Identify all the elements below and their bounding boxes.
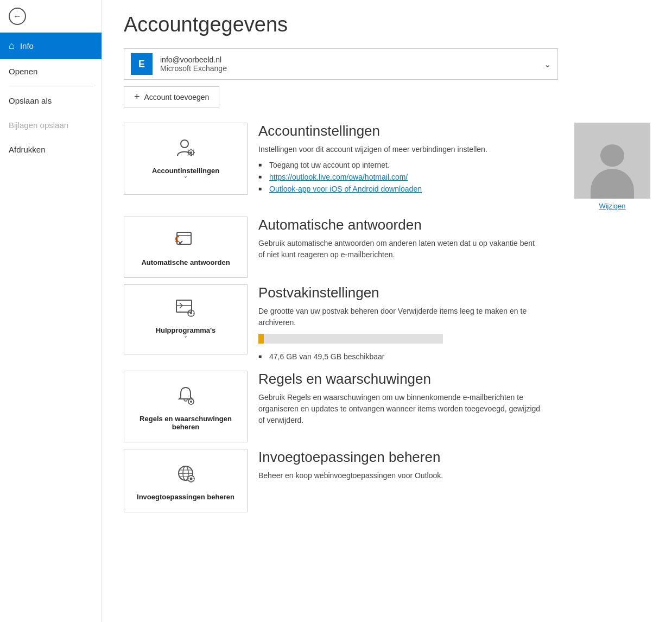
sidebar-item-openen[interactable]: Openen — [0, 59, 102, 84]
svg-rect-11 — [177, 232, 191, 244]
regels-en-waarschuwingen-content: Regels en waarschuwingen Gebruik Regels … — [258, 371, 650, 431]
profile-silhouette — [588, 144, 637, 199]
sidebar: ← ⌂ Info Openen Opslaan als Bijlagen ops… — [0, 0, 102, 622]
accountinstellingen-title: Accountinstellingen — [258, 123, 563, 139]
regels-en-waarschuwingen-desc: Gebruik Regels en waarschuwingen om uw b… — [258, 392, 541, 426]
svg-line-45 — [193, 477, 193, 477]
svg-point-0 — [181, 140, 188, 148]
svg-line-27 — [189, 399, 189, 400]
accountinstellingen-card[interactable]: Accountinstellingen ˅ — [124, 123, 248, 195]
list-item: https://outlook.live.com/owa/hotmail.com… — [258, 173, 563, 181]
postvakinstellingen-row: Hulpprogramma's ˅ Postvakinstellingen De… — [124, 284, 650, 364]
add-account-label: Account toevoegen — [144, 93, 210, 101]
invoegtoepassingen-card[interactable]: Invoegtoepassingen beheren — [124, 449, 248, 512]
storage-list-item: 47,6 GB van 49,5 GB beschikbaar — [258, 352, 650, 361]
main-content: Accountgegevens E info@voorbeeld.nl Micr… — [102, 0, 672, 622]
sidebar-item-label: Openen — [9, 67, 37, 76]
profile-head — [600, 144, 624, 167]
account-type: Microsoft Exchange — [160, 64, 544, 73]
profile-body — [591, 169, 634, 199]
automatische-antwoorden-content: Automatische antwoorden Gebruik automati… — [258, 217, 650, 266]
postvakinstellingen-card-label: Hulpprogramma's — [156, 326, 216, 334]
list-item: Outlook-app voor iOS of Android download… — [258, 185, 563, 193]
accountinstellingen-content: Accountinstellingen Instellingen voor di… — [258, 123, 563, 196]
automatische-antwoorden-card-label: Automatische antwoorden — [141, 258, 230, 266]
svg-line-42 — [189, 477, 189, 477]
svg-point-2 — [190, 151, 192, 154]
add-account-button[interactable]: + Account toevoegen — [124, 86, 219, 107]
sidebar-item-label: Info — [20, 41, 34, 50]
accountinstellingen-card-label: Accountinstellingen — [152, 167, 219, 175]
postvakinstellingen-content: Postvakinstellingen De grootte van uw po… — [258, 284, 650, 364]
sidebar-item-bijlagen-opslaan: Bijlagen opslaan — [0, 113, 102, 137]
storage-text: 47,6 GB van 49,5 GB beschikbaar — [269, 352, 384, 361]
postvakinstellingen-title: Postvakinstellingen — [258, 284, 650, 301]
invoegtoepassingen-icon — [175, 462, 196, 488]
profile-photo — [574, 123, 650, 199]
postvakinstellingen-icon — [175, 298, 196, 322]
svg-point-16 — [190, 312, 192, 314]
back-icon: ← — [9, 8, 26, 25]
invoegtoepassingen-desc: Beheer en koop webinvoegtoepassingen voo… — [258, 470, 541, 481]
invoegtoepassingen-card-label: Invoegtoepassingen beheren — [137, 493, 234, 501]
svg-line-10 — [193, 150, 194, 151]
svg-point-22 — [190, 401, 192, 403]
automatische-antwoorden-desc: Gebruik automatische antwoorden om ander… — [258, 238, 541, 261]
sidebar-item-info[interactable]: ⌂ Info — [0, 33, 102, 59]
svg-line-43 — [193, 480, 193, 481]
svg-line-9 — [188, 155, 189, 156]
plus-icon: + — [134, 91, 140, 103]
storage-bar-fill — [258, 334, 264, 344]
sidebar-item-label: Bijlagen opslaan — [9, 120, 68, 130]
sidebar-divider — [9, 86, 93, 86]
list-item: Toegang tot uw account op internet. — [258, 161, 563, 169]
sidebar-item-opslaan-als[interactable]: Opslaan als — [0, 88, 102, 113]
regels-en-waarschuwingen-title: Regels en waarschuwingen — [258, 371, 650, 388]
svg-line-28 — [193, 403, 193, 404]
sidebar-item-label: Opslaan als — [9, 96, 52, 105]
automatische-antwoorden-card[interactable]: Automatische antwoorden — [124, 217, 248, 278]
regels-en-waarschuwingen-card-label: Regels en waarschuwingen beheren — [131, 415, 240, 431]
svg-line-29 — [189, 403, 189, 404]
postvakinstellingen-card-chevron: ˅ — [184, 335, 187, 343]
account-email: info@voorbeeld.nl — [160, 55, 544, 64]
page-title: Accountgegevens — [124, 13, 650, 36]
dropdown-arrow-icon: ⌄ — [544, 59, 551, 69]
account-info: info@voorbeeld.nl Microsoft Exchange — [160, 55, 544, 73]
svg-line-44 — [189, 480, 189, 481]
sidebar-item-label: Afdrukken — [9, 145, 46, 154]
svg-point-37 — [190, 478, 193, 480]
accountinstellingen-icon — [175, 136, 196, 162]
back-button[interactable]: ← — [0, 0, 102, 33]
postvakinstellingen-card[interactable]: Hulpprogramma's ˅ — [124, 284, 248, 354]
profile-area: Wijzigen — [563, 123, 650, 210]
automatische-antwoorden-title: Automatische antwoorden — [258, 217, 650, 233]
accountinstellingen-row: Accountinstellingen ˅ Accountinstellinge… — [124, 123, 650, 210]
invoegtoepassingen-content: Invoegtoepassingen beheren Beheer en koo… — [258, 449, 650, 487]
svg-line-7 — [188, 150, 189, 151]
profile-change-link[interactable]: Wijzigen — [599, 202, 625, 210]
accountinstellingen-list: Toegang tot uw account op internet. http… — [258, 161, 563, 193]
sidebar-item-afdrukken[interactable]: Afdrukken — [0, 137, 102, 162]
home-icon: ⌂ — [9, 40, 15, 52]
regels-en-waarschuwingen-row: Regels en waarschuwingen beheren Regels … — [124, 371, 650, 442]
list-item-text: Toegang tot uw account op internet. — [269, 161, 390, 169]
invoegtoepassingen-title: Invoegtoepassingen beheren — [258, 449, 650, 466]
account-selector[interactable]: E info@voorbeeld.nl Microsoft Exchange ⌄ — [124, 48, 558, 80]
outlook-app-link[interactable]: Outlook-app voor iOS of Android download… — [269, 185, 422, 193]
storage-list: 47,6 GB van 49,5 GB beschikbaar — [258, 352, 650, 361]
accountinstellingen-desc: Instellingen voor dit account wijzigen o… — [258, 144, 541, 155]
postvakinstellingen-desc: De grootte van uw postvak beheren door V… — [258, 306, 541, 328]
automatische-antwoorden-icon — [175, 230, 196, 254]
exchange-icon: E — [131, 53, 153, 75]
owa-link[interactable]: https://outlook.live.com/owa/hotmail.com… — [269, 173, 408, 181]
regels-en-waarschuwingen-card[interactable]: Regels en waarschuwingen beheren — [124, 371, 248, 442]
automatische-antwoorden-row: Automatische antwoorden Automatische ant… — [124, 217, 650, 278]
accountinstellingen-card-chevron: ˅ — [184, 176, 187, 183]
svg-line-30 — [193, 399, 193, 400]
regels-en-waarschuwingen-icon — [175, 384, 196, 410]
invoegtoepassingen-row: Invoegtoepassingen beheren Invoegtoepass… — [124, 449, 650, 512]
storage-bar — [258, 334, 443, 344]
svg-line-8 — [193, 155, 194, 156]
